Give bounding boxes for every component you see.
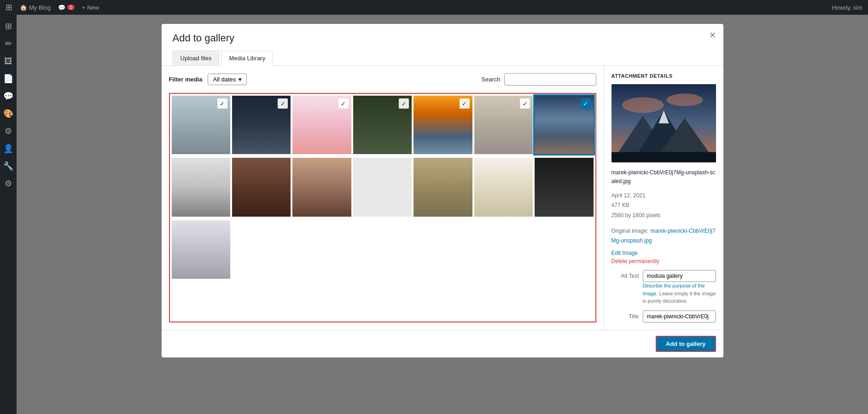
media-item[interactable]: ✓ — [172, 96, 230, 154]
admin-sidebar: ⊞ ✏ 🖼 📄 💬 🎨 ⚙ 👤 🔧 ⚙ — [0, 15, 17, 414]
media-item[interactable]: ✓ — [353, 96, 412, 154]
attachment-thumbnail — [612, 84, 716, 162]
media-item-selected[interactable]: ✓ — [535, 96, 593, 154]
title-right — [643, 310, 716, 322]
media-item[interactable] — [474, 158, 533, 216]
add-to-gallery-button[interactable]: Add to gallery — [656, 336, 716, 352]
modal-body: Filter media All dates ▾ Search — [162, 66, 723, 330]
svg-rect-7 — [612, 152, 716, 163]
alt-text-label: Alt Text — [612, 270, 639, 279]
modal-tabs: Upload files Media Library — [173, 51, 712, 65]
all-dates-value: All dates — [213, 76, 236, 83]
modal-header: Add to gallery × Upload files Media Libr… — [162, 24, 723, 66]
attachment-filesize: 477 KB — [612, 201, 716, 211]
add-to-gallery-modal: Add to gallery × Upload files Media Libr… — [162, 24, 723, 357]
attachment-details-sidebar: ATTACHMENT DETAILS — [604, 66, 723, 330]
sidebar-settings-icon[interactable]: ⚙ — [0, 176, 17, 191]
title-input[interactable] — [643, 310, 716, 322]
my-blog-label: My Blog — [29, 4, 51, 11]
attachment-details-header: ATTACHMENT DETAILS — [612, 73, 716, 79]
check-indicator: ✓ — [217, 98, 227, 109]
search-section: Search — [481, 73, 596, 86]
new-item[interactable]: + New — [82, 4, 99, 11]
title-label: Title — [612, 310, 639, 320]
title-field-row: Title — [612, 310, 716, 322]
comments-item[interactable]: 💬 0 — [58, 4, 75, 11]
alt-text-field-row: Alt Text Describe the purpose of the ima… — [612, 270, 716, 305]
media-item[interactable]: ✓ — [414, 96, 472, 154]
attachment-date: April 12, 2021 — [612, 191, 716, 201]
sidebar-plugins-icon[interactable]: ⚙ — [0, 123, 17, 139]
content-area: Add to gallery × Upload files Media Libr… — [17, 15, 868, 414]
sidebar-tools-icon[interactable]: 🔧 — [0, 158, 17, 174]
home-icon: 🏠 — [20, 4, 27, 11]
check-indicator: ✓ — [399, 98, 409, 109]
media-grid-row1: ✓ ✓ ✓ — [170, 94, 595, 156]
media-grid-row3 — [170, 218, 595, 281]
sidebar-appearance-icon[interactable]: 🎨 — [0, 106, 17, 121]
media-grid-wrapper: ✓ ✓ ✓ — [169, 93, 596, 322]
my-blog-item[interactable]: 🏠 My Blog — [20, 4, 51, 11]
alt-text-right: Describe the purpose of the image. Leave… — [643, 270, 716, 305]
media-item[interactable] — [353, 158, 412, 216]
filter-row: Filter media All dates ▾ Search — [169, 73, 596, 86]
media-item[interactable] — [414, 158, 472, 216]
alt-text-helper: Describe the purpose of the image. Leave… — [643, 282, 716, 305]
attachment-dimensions: 2560 by 1600 pixels — [612, 211, 716, 221]
sidebar-pages-icon[interactable]: 📄 — [0, 71, 17, 86]
attachment-filename: marek-piwnicki-CbbVrE0j7Mg-unsplash-scal… — [612, 168, 716, 185]
comment-count: 0 — [67, 5, 75, 10]
wordpress-logo-icon[interactable]: ⊞ — [6, 2, 12, 12]
search-label: Search — [481, 76, 500, 83]
admin-bar: ⊞ 🏠 My Blog 💬 0 + New Howdy, sim — [0, 0, 868, 15]
sidebar-dashboard-icon[interactable]: ⊞ — [0, 18, 17, 34]
howdy-label: Howdy, sim — [832, 4, 862, 11]
modal-overlay: Add to gallery × Upload files Media Libr… — [17, 15, 868, 414]
modal-title: Add to gallery — [173, 32, 712, 44]
filter-media-label: Filter media — [169, 76, 203, 83]
check-indicator: ✓ — [460, 98, 470, 109]
sidebar-media-icon[interactable]: 🖼 — [0, 53, 17, 69]
edit-image-link[interactable]: Edit Image — [612, 250, 716, 256]
attachment-meta: April 12, 2021 477 KB 2560 by 1600 pixel… — [612, 191, 716, 221]
media-item[interactable] — [292, 158, 351, 216]
search-input[interactable] — [504, 73, 596, 86]
media-item[interactable]: ✓ — [292, 96, 351, 154]
all-dates-select[interactable]: All dates ▾ — [208, 74, 247, 85]
media-grid-row2 — [170, 156, 595, 218]
sidebar-users-icon[interactable]: 👤 — [0, 141, 17, 156]
attachment-thumbnail-svg — [612, 84, 716, 162]
media-item[interactable] — [232, 158, 291, 216]
alt-text-input[interactable] — [643, 270, 716, 282]
check-indicator: ✓ — [520, 98, 530, 109]
check-indicator: ✓ — [278, 98, 288, 109]
media-item[interactable]: ✓ — [232, 96, 291, 154]
new-label: + New — [82, 4, 99, 11]
comment-icon: 💬 — [58, 4, 65, 11]
original-label: Original image: — [612, 228, 649, 234]
check-indicator-selected: ✓ — [581, 98, 591, 109]
svg-point-1 — [622, 97, 664, 113]
chevron-down-icon: ▾ — [239, 76, 242, 83]
sidebar-comments-icon[interactable]: 💬 — [0, 88, 17, 104]
sidebar-posts-icon[interactable]: ✏ — [0, 36, 17, 52]
media-item[interactable]: ✓ — [474, 96, 533, 154]
check-indicator: ✓ — [338, 98, 349, 109]
media-item[interactable] — [535, 158, 593, 216]
media-section: Filter media All dates ▾ Search — [162, 66, 604, 330]
media-item[interactable] — [172, 158, 230, 216]
attachment-original-link-row: Original image: marek-piwnicki-CbbVrE0j7… — [612, 226, 716, 245]
modal-footer: Add to gallery — [162, 330, 723, 357]
tab-upload-files[interactable]: Upload files — [173, 51, 220, 65]
media-item[interactable] — [172, 220, 230, 279]
tab-media-library[interactable]: Media Library — [221, 51, 273, 66]
main-layout: ⊞ ✏ 🖼 📄 💬 🎨 ⚙ 👤 🔧 ⚙ Add to gallery × Upl… — [0, 15, 868, 414]
delete-permanently-link[interactable]: Delete permanently — [612, 258, 716, 264]
modal-close-button[interactable]: × — [709, 29, 716, 40]
svg-point-2 — [666, 93, 703, 106]
attachment-actions: Edit Image Delete permanently — [612, 250, 716, 264]
